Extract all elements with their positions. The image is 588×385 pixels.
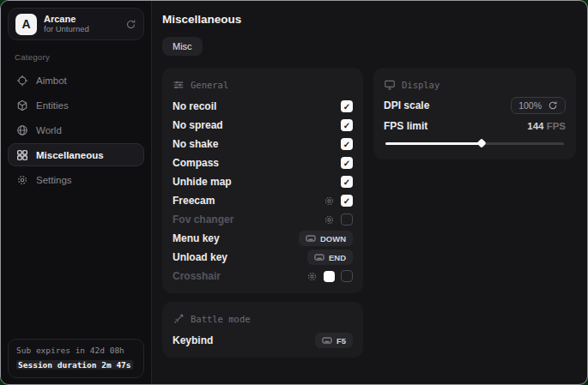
- display-panel-title: Display: [402, 80, 439, 90]
- display-panel-header: Display: [384, 79, 566, 91]
- checkbox[interactable]: ✓: [341, 270, 353, 282]
- keybind-badge[interactable]: END: [307, 250, 353, 265]
- battle-panel-header: Battle mode: [173, 313, 353, 325]
- battle-panel-title: Battle mode: [191, 314, 251, 324]
- keybind-badge[interactable]: DOWN: [299, 231, 353, 246]
- keybind-label: END: [329, 253, 346, 262]
- sidebar-item-miscellaneous[interactable]: Miscellaneous: [8, 143, 144, 166]
- keybind-label: DOWN: [320, 234, 346, 244]
- checkbox[interactable]: ✓: [341, 157, 353, 169]
- setting-controls: ✓: [341, 119, 353, 131]
- arcane-window: A Arcane for Unturned Category Aimbot En…: [0, 0, 588, 385]
- setting-row-no-spread: No spread ✓: [173, 116, 353, 135]
- refresh-icon[interactable]: [125, 19, 136, 30]
- brand-text: Arcane for Unturned: [44, 14, 118, 34]
- row-settings-gear-icon[interactable]: [324, 214, 335, 226]
- checkbox[interactable]: ✓: [341, 214, 353, 226]
- sidebar-item-icon: [16, 75, 28, 87]
- keyboard-icon: [306, 233, 316, 244]
- setting-label: Unload key: [173, 251, 227, 263]
- sidebar-item-label: Aimbot: [36, 75, 67, 86]
- battle-rows: Keybind F5: [173, 331, 353, 350]
- battle-mode-panel: Battle mode Keybind F5: [162, 302, 363, 358]
- fps-number: 144: [527, 121, 543, 131]
- sidebar-item-icon: [16, 99, 28, 111]
- setting-label: Compass: [173, 157, 219, 169]
- sidebar-item-settings[interactable]: Settings: [8, 168, 144, 191]
- setting-label: Fov changer: [173, 214, 233, 226]
- setting-row-compass: Compass ✓: [173, 153, 353, 172]
- subscription-status-box: Sub expires in 42d 08h Session duration …: [8, 339, 144, 378]
- setting-row-unload-key: Unload key END: [173, 248, 353, 267]
- general-panel-header: General: [173, 79, 353, 91]
- row-settings-gear-icon[interactable]: [306, 271, 318, 282]
- setting-controls: DOWN: [299, 231, 353, 246]
- fps-limit-value: 144 FPS: [527, 121, 566, 131]
- general-panel: General No recoil ✓ No spread ✓ No shake…: [162, 68, 363, 293]
- dpi-scale-control[interactable]: 100%: [511, 97, 566, 114]
- dpi-reset-icon[interactable]: [548, 100, 558, 111]
- checkbox[interactable]: ✓: [341, 100, 353, 112]
- keyboard-icon: [314, 252, 324, 262]
- checkbox[interactable]: ✓: [341, 176, 353, 188]
- session-duration-text: Session duration 2m 47s: [16, 360, 133, 370]
- setting-row-no-recoil: No recoil ✓: [173, 97, 353, 116]
- dpi-scale-value: 100%: [518, 100, 542, 111]
- setting-label: No spread: [173, 119, 223, 131]
- sidebar-item-label: Miscellaneous: [36, 150, 104, 160]
- display-panel: Display DPI scale 100% FPS limit 144: [373, 68, 576, 159]
- dpi-scale-row: DPI scale 100%: [384, 97, 566, 114]
- sidebar-item-icon: [16, 174, 28, 186]
- checkbox[interactable]: ✓: [341, 119, 353, 131]
- row-settings-gear-icon[interactable]: [324, 196, 335, 207]
- setting-row-keybind: Keybind F5: [173, 331, 353, 350]
- setting-row-freecam: Freecam ✓: [173, 191, 353, 210]
- right-column: Display DPI scale 100% FPS limit 144: [373, 68, 576, 159]
- sidebar-item-aimbot[interactable]: Aimbot: [8, 69, 144, 92]
- setting-controls: ✓: [341, 138, 353, 150]
- sliders-icon: [173, 79, 185, 91]
- sidebar-item-world[interactable]: World: [8, 118, 144, 141]
- keybind-badge[interactable]: F5: [315, 333, 353, 348]
- sword-icon: [173, 313, 185, 325]
- setting-controls: END: [307, 250, 353, 265]
- setting-row-crosshair: Crosshair ✓: [173, 267, 353, 286]
- slider-fill: [385, 142, 482, 145]
- main-content: Miscellaneous Misc General No recoil ✓ N…: [152, 1, 588, 384]
- checkbox[interactable]: ✓: [341, 138, 353, 150]
- setting-controls: ✓: [341, 176, 353, 188]
- setting-label: Freecam: [173, 195, 215, 207]
- setting-controls: ✓: [306, 270, 353, 282]
- setting-label: Crosshair: [173, 270, 221, 282]
- fps-limit-slider[interactable]: [385, 138, 564, 148]
- brand-card: A Arcane for Unturned: [8, 8, 144, 40]
- category-label: Category: [15, 52, 137, 62]
- app-name: Arcane: [44, 14, 118, 25]
- tab-misc[interactable]: Misc: [162, 37, 203, 56]
- monitor-icon: [384, 79, 396, 91]
- setting-controls: F5: [315, 333, 353, 348]
- panel-columns: General No recoil ✓ No spread ✓ No shake…: [162, 68, 576, 358]
- setting-row-fov-changer: Fov changer ✓: [173, 210, 353, 229]
- setting-row-no-shake: No shake ✓: [173, 135, 353, 153]
- sidebar-item-icon: [16, 124, 28, 136]
- setting-label: Unhide map: [173, 176, 232, 188]
- setting-label: No recoil: [173, 100, 216, 112]
- setting-row-unhide-map: Unhide map ✓: [173, 172, 353, 191]
- app-subtitle: for Unturned: [44, 25, 118, 34]
- setting-controls: ✓: [324, 214, 353, 226]
- slider-handle[interactable]: [477, 138, 487, 147]
- color-swatch[interactable]: [324, 271, 335, 282]
- setting-row-menu-key: Menu key DOWN: [173, 229, 353, 248]
- setting-label: Menu key: [173, 232, 220, 244]
- sidebar-nav: Aimbot Entities World Miscellaneous Sett…: [8, 69, 144, 191]
- fps-unit: FPS: [547, 121, 566, 131]
- left-column: General No recoil ✓ No spread ✓ No shake…: [162, 68, 363, 358]
- app-logo: A: [15, 14, 37, 35]
- sidebar-item-entities[interactable]: Entities: [8, 93, 144, 117]
- sidebar-item-icon: [16, 149, 28, 161]
- sidebar-item-label: Entities: [36, 100, 69, 111]
- general-panel-title: General: [191, 80, 228, 90]
- keybind-label: F5: [336, 336, 346, 346]
- checkbox[interactable]: ✓: [341, 195, 353, 207]
